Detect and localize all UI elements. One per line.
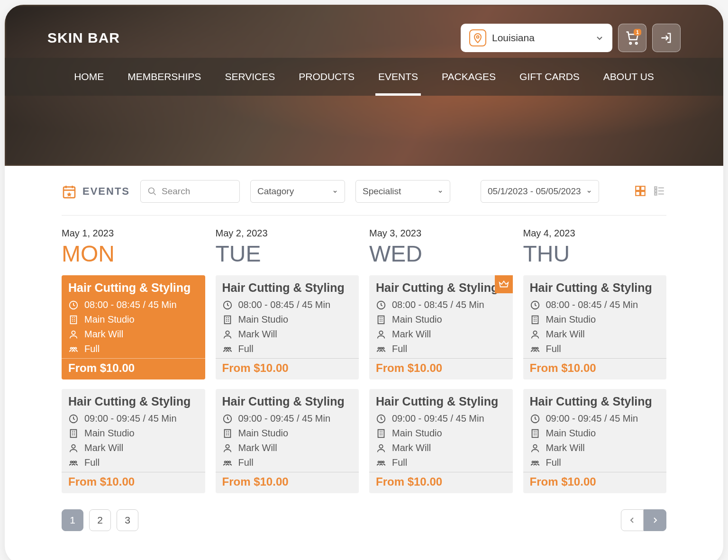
svg-point-45 <box>378 461 380 463</box>
svg-point-26 <box>226 331 229 334</box>
svg-rect-13 <box>71 316 77 324</box>
nav-products[interactable]: PRODUCTS <box>299 58 355 96</box>
specialist-dropdown[interactable]: Specialist <box>355 180 450 203</box>
grid-view-button[interactable] <box>634 185 647 198</box>
building-icon <box>376 315 386 325</box>
svg-point-46 <box>380 461 382 463</box>
capacity-icon <box>530 458 540 468</box>
specialist-value: Specialist <box>363 186 401 197</box>
event-studio: Main Studio <box>546 314 596 325</box>
search-box[interactable] <box>140 180 240 203</box>
list-view-button[interactable] <box>653 185 666 198</box>
date-range-dropdown[interactable]: 05/1/2023 - 05/05/2023 <box>481 180 599 203</box>
location-value: Louisiana <box>492 32 590 44</box>
hero-banner: SKIN BAR Louisiana 1 <box>5 5 723 166</box>
event-price: From $10.00 <box>376 475 506 488</box>
svg-rect-10 <box>655 190 656 192</box>
category-value: Catagory <box>257 186 294 197</box>
svg-point-0 <box>477 36 479 38</box>
svg-point-47 <box>382 461 384 463</box>
svg-point-23 <box>75 461 77 463</box>
event-title: Hair Cutting & Styling <box>68 281 199 295</box>
event-card[interactable]: Hair Cutting & Styling 08:00 - 08:45 / 4… <box>62 275 205 379</box>
event-title: Hair Cutting & Styling <box>222 281 353 295</box>
event-capacity: Full <box>238 343 254 354</box>
search-icon <box>147 187 157 196</box>
page-title: EVENTS <box>82 185 130 198</box>
svg-point-40 <box>380 347 382 349</box>
event-card[interactable]: Hair Cutting & Styling 09:00 - 09:45 / 4… <box>216 389 359 493</box>
nav-home[interactable]: HOME <box>74 58 104 96</box>
chevron-down-icon <box>332 189 338 194</box>
event-studio: Main Studio <box>238 428 289 439</box>
event-time: 08:00 - 08:45 / 45 Min <box>392 299 484 310</box>
day-column: May 4, 2023 THU Hair Cutting & Styling 0… <box>523 228 667 503</box>
svg-point-57 <box>532 461 534 463</box>
category-dropdown[interactable]: Catagory <box>250 180 345 203</box>
svg-rect-5 <box>636 186 640 190</box>
svg-point-44 <box>379 444 382 448</box>
day-date: May 2, 2023 <box>216 228 359 239</box>
page-3[interactable]: 3 <box>117 509 138 531</box>
nav-gift-cards[interactable]: GIFT CARDS <box>519 58 580 96</box>
nav-services[interactable]: SERVICES <box>225 58 275 96</box>
cart-button[interactable]: 1 <box>618 24 646 52</box>
capacity-icon <box>68 344 79 354</box>
page-2[interactable]: 2 <box>89 509 111 531</box>
next-page-button[interactable] <box>644 509 666 531</box>
nav-memberships[interactable]: MEMBERSHIPS <box>127 58 201 96</box>
event-price: From $10.00 <box>376 361 506 375</box>
event-capacity: Full <box>238 457 254 468</box>
svg-rect-6 <box>641 186 645 190</box>
nav-packages[interactable]: PACKAGES <box>442 58 496 96</box>
event-card[interactable]: Hair Cutting & Styling 08:00 - 08:45 / 4… <box>523 275 667 379</box>
person-icon <box>530 329 540 340</box>
day-column: May 3, 2023 WED Hair Cutting & Styling 0… <box>369 228 513 503</box>
person-icon <box>530 443 540 453</box>
capacity-icon <box>222 458 233 468</box>
event-capacity: Full <box>546 457 561 468</box>
day-date: May 3, 2023 <box>369 228 513 239</box>
building-icon <box>530 428 540 439</box>
event-card[interactable]: Hair Cutting & Styling 09:00 - 09:45 / 4… <box>523 389 667 493</box>
day-date: May 4, 2023 <box>523 228 667 239</box>
page-title-group: EVENTS <box>62 184 130 199</box>
login-button[interactable] <box>652 24 681 52</box>
day-name: WED <box>369 241 513 267</box>
search-input[interactable] <box>162 186 233 197</box>
day-name: TUE <box>216 241 359 267</box>
capacity-icon <box>222 344 233 354</box>
event-price: From $10.00 <box>530 475 660 488</box>
page-1[interactable]: 1 <box>62 509 83 531</box>
svg-point-21 <box>71 461 73 463</box>
svg-point-38 <box>379 331 382 334</box>
nav-events[interactable]: EVENTS <box>378 58 418 96</box>
event-specialist: Mark Will <box>238 443 277 453</box>
event-card[interactable]: Hair Cutting & Styling 08:00 - 08:45 / 4… <box>369 275 513 379</box>
svg-point-56 <box>533 444 537 448</box>
building-icon <box>222 315 233 325</box>
page-numbers: 1 2 3 <box>62 509 138 531</box>
event-specialist: Mark Will <box>546 443 585 453</box>
event-time: 08:00 - 08:45 / 45 Min <box>546 299 638 310</box>
location-dropdown[interactable]: Louisiana <box>461 24 612 52</box>
nav-about[interactable]: ABOUT US <box>603 58 654 96</box>
event-studio: Main Studio <box>392 428 442 439</box>
event-specialist: Mark Will <box>392 443 431 453</box>
svg-point-51 <box>532 347 534 349</box>
svg-point-28 <box>227 347 228 349</box>
event-specialist: Mark Will <box>238 329 277 340</box>
svg-point-29 <box>228 347 230 349</box>
event-card[interactable]: Hair Cutting & Styling 09:00 - 09:45 / 4… <box>62 389 205 493</box>
clock-icon <box>376 414 386 424</box>
clock-icon <box>376 300 386 310</box>
building-icon <box>222 428 233 439</box>
prev-page-button[interactable] <box>621 509 644 531</box>
event-capacity: Full <box>84 343 100 354</box>
event-card[interactable]: Hair Cutting & Styling 08:00 - 08:45 / 4… <box>216 275 359 379</box>
svg-rect-25 <box>224 316 230 324</box>
building-icon <box>68 315 79 325</box>
svg-point-50 <box>533 331 537 334</box>
event-card[interactable]: Hair Cutting & Styling 09:00 - 09:45 / 4… <box>369 389 513 493</box>
day-column: May 1, 2023 MON Hair Cutting & Styling 0… <box>62 228 205 503</box>
